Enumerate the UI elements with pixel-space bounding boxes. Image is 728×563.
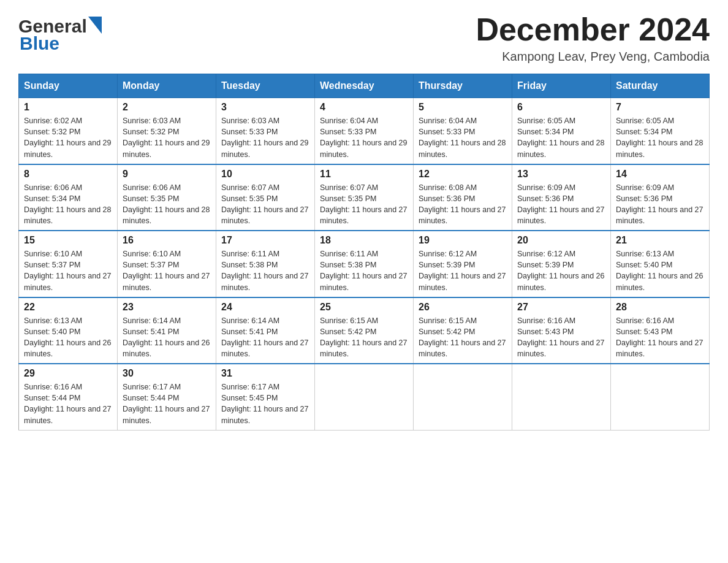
day-number: 10 [221, 169, 309, 180]
calendar-cell: 6Sunrise: 6:05 AMSunset: 5:34 PMDaylight… [512, 98, 611, 164]
calendar-cell: 14Sunrise: 6:09 AMSunset: 5:36 PMDayligh… [611, 164, 710, 231]
location-text: Kampong Leav, Prey Veng, Cambodia [476, 50, 710, 64]
title-area: December 2024 Kampong Leav, Prey Veng, C… [476, 12, 710, 64]
calendar-cell: 15Sunrise: 6:10 AMSunset: 5:37 PMDayligh… [19, 231, 118, 297]
day-header-friday: Friday [512, 74, 611, 98]
calendar-cell: 27Sunrise: 6:16 AMSunset: 5:43 PMDayligh… [512, 297, 611, 364]
day-number: 31 [221, 368, 309, 379]
day-info: Sunrise: 6:09 AMSunset: 5:36 PMDaylight:… [517, 182, 605, 227]
calendar-cell [315, 364, 414, 430]
calendar-cell: 7Sunrise: 6:05 AMSunset: 5:34 PMDaylight… [611, 98, 710, 164]
calendar-cell: 13Sunrise: 6:09 AMSunset: 5:36 PMDayligh… [512, 164, 611, 231]
day-number: 25 [320, 302, 408, 313]
day-number: 19 [419, 235, 507, 246]
day-info: Sunrise: 6:07 AMSunset: 5:35 PMDaylight:… [320, 182, 408, 227]
calendar-cell: 8Sunrise: 6:06 AMSunset: 5:34 PMDaylight… [19, 164, 118, 231]
calendar-cell: 2Sunrise: 6:03 AMSunset: 5:32 PMDaylight… [118, 98, 216, 164]
day-info: Sunrise: 6:15 AMSunset: 5:42 PMDaylight:… [419, 315, 507, 360]
calendar-cell: 16Sunrise: 6:10 AMSunset: 5:37 PMDayligh… [118, 231, 216, 297]
calendar-cell: 12Sunrise: 6:08 AMSunset: 5:36 PMDayligh… [414, 164, 512, 231]
calendar-cell: 11Sunrise: 6:07 AMSunset: 5:35 PMDayligh… [315, 164, 414, 231]
calendar-cell: 10Sunrise: 6:07 AMSunset: 5:35 PMDayligh… [216, 164, 315, 231]
calendar-cell: 17Sunrise: 6:11 AMSunset: 5:38 PMDayligh… [216, 231, 315, 297]
day-info: Sunrise: 6:07 AMSunset: 5:35 PMDaylight:… [221, 182, 309, 227]
day-header-wednesday: Wednesday [315, 74, 414, 98]
day-info: Sunrise: 6:04 AMSunset: 5:33 PMDaylight:… [419, 115, 507, 160]
day-info: Sunrise: 6:13 AMSunset: 5:40 PMDaylight:… [24, 315, 112, 360]
day-info: Sunrise: 6:11 AMSunset: 5:38 PMDaylight:… [320, 248, 408, 293]
calendar-cell [611, 364, 710, 430]
day-header-saturday: Saturday [611, 74, 710, 98]
day-number: 26 [419, 302, 507, 313]
day-number: 22 [24, 302, 112, 313]
calendar-cell: 18Sunrise: 6:11 AMSunset: 5:38 PMDayligh… [315, 231, 414, 297]
calendar-week-row: 15Sunrise: 6:10 AMSunset: 5:37 PMDayligh… [19, 231, 710, 297]
day-info: Sunrise: 6:17 AMSunset: 5:44 PMDaylight:… [123, 381, 211, 426]
day-info: Sunrise: 6:13 AMSunset: 5:40 PMDaylight:… [616, 248, 704, 293]
day-number: 23 [123, 302, 211, 313]
calendar-week-row: 1Sunrise: 6:02 AMSunset: 5:32 PMDaylight… [19, 98, 710, 164]
calendar-cell: 4Sunrise: 6:04 AMSunset: 5:33 PMDaylight… [315, 98, 414, 164]
day-number: 2 [123, 102, 211, 113]
day-info: Sunrise: 6:12 AMSunset: 5:39 PMDaylight:… [517, 248, 605, 293]
day-number: 13 [517, 169, 605, 180]
logo: General Blue [18, 12, 102, 54]
calendar-cell: 3Sunrise: 6:03 AMSunset: 5:33 PMDaylight… [216, 98, 315, 164]
svg-marker-0 [88, 17, 102, 34]
page-header: General Blue December 2024 Kampong Leav,… [18, 12, 710, 64]
day-number: 17 [221, 235, 309, 246]
calendar-cell: 5Sunrise: 6:04 AMSunset: 5:33 PMDaylight… [414, 98, 512, 164]
day-info: Sunrise: 6:14 AMSunset: 5:41 PMDaylight:… [221, 315, 309, 360]
day-info: Sunrise: 6:04 AMSunset: 5:33 PMDaylight:… [320, 115, 408, 160]
day-info: Sunrise: 6:05 AMSunset: 5:34 PMDaylight:… [517, 115, 605, 160]
day-number: 4 [320, 102, 408, 113]
day-info: Sunrise: 6:08 AMSunset: 5:36 PMDaylight:… [419, 182, 507, 227]
calendar-week-row: 8Sunrise: 6:06 AMSunset: 5:34 PMDaylight… [19, 164, 710, 231]
day-info: Sunrise: 6:16 AMSunset: 5:44 PMDaylight:… [24, 381, 112, 426]
day-number: 9 [123, 169, 211, 180]
day-info: Sunrise: 6:10 AMSunset: 5:37 PMDaylight:… [24, 248, 112, 293]
day-header-tuesday: Tuesday [216, 74, 315, 98]
day-header-sunday: Sunday [19, 74, 118, 98]
day-number: 18 [320, 235, 408, 246]
day-number: 1 [24, 102, 112, 113]
calendar-cell [512, 364, 611, 430]
calendar-cell: 29Sunrise: 6:16 AMSunset: 5:44 PMDayligh… [19, 364, 118, 430]
day-info: Sunrise: 6:15 AMSunset: 5:42 PMDaylight:… [320, 315, 408, 360]
calendar-week-row: 29Sunrise: 6:16 AMSunset: 5:44 PMDayligh… [19, 364, 710, 430]
day-info: Sunrise: 6:17 AMSunset: 5:45 PMDaylight:… [221, 381, 309, 426]
day-info: Sunrise: 6:06 AMSunset: 5:35 PMDaylight:… [123, 182, 211, 227]
calendar-table: SundayMondayTuesdayWednesdayThursdayFrid… [18, 74, 710, 431]
calendar-cell: 31Sunrise: 6:17 AMSunset: 5:45 PMDayligh… [216, 364, 315, 430]
calendar-cell: 21Sunrise: 6:13 AMSunset: 5:40 PMDayligh… [611, 231, 710, 297]
day-number: 8 [24, 169, 112, 180]
day-info: Sunrise: 6:10 AMSunset: 5:37 PMDaylight:… [123, 248, 211, 293]
day-number: 29 [24, 368, 112, 379]
calendar-week-row: 22Sunrise: 6:13 AMSunset: 5:40 PMDayligh… [19, 297, 710, 364]
day-number: 14 [616, 169, 704, 180]
month-title: December 2024 [476, 12, 710, 47]
day-info: Sunrise: 6:16 AMSunset: 5:43 PMDaylight:… [616, 315, 704, 360]
day-number: 27 [517, 302, 605, 313]
day-number: 7 [616, 102, 704, 113]
day-info: Sunrise: 6:05 AMSunset: 5:34 PMDaylight:… [616, 115, 704, 160]
day-info: Sunrise: 6:14 AMSunset: 5:41 PMDaylight:… [123, 315, 211, 360]
day-number: 11 [320, 169, 408, 180]
logo-blue-text: Blue [20, 33, 59, 54]
day-number: 3 [221, 102, 309, 113]
day-number: 5 [419, 102, 507, 113]
day-number: 16 [123, 235, 211, 246]
day-info: Sunrise: 6:09 AMSunset: 5:36 PMDaylight:… [616, 182, 704, 227]
day-number: 28 [616, 302, 704, 313]
day-info: Sunrise: 6:06 AMSunset: 5:34 PMDaylight:… [24, 182, 112, 227]
calendar-header-row: SundayMondayTuesdayWednesdayThursdayFrid… [19, 74, 710, 98]
calendar-cell: 28Sunrise: 6:16 AMSunset: 5:43 PMDayligh… [611, 297, 710, 364]
calendar-cell: 25Sunrise: 6:15 AMSunset: 5:42 PMDayligh… [315, 297, 414, 364]
day-info: Sunrise: 6:02 AMSunset: 5:32 PMDaylight:… [24, 115, 112, 160]
calendar-cell: 26Sunrise: 6:15 AMSunset: 5:42 PMDayligh… [414, 297, 512, 364]
day-info: Sunrise: 6:11 AMSunset: 5:38 PMDaylight:… [221, 248, 309, 293]
day-header-monday: Monday [118, 74, 216, 98]
day-number: 15 [24, 235, 112, 246]
calendar-cell: 19Sunrise: 6:12 AMSunset: 5:39 PMDayligh… [414, 231, 512, 297]
calendar-cell: 24Sunrise: 6:14 AMSunset: 5:41 PMDayligh… [216, 297, 315, 364]
